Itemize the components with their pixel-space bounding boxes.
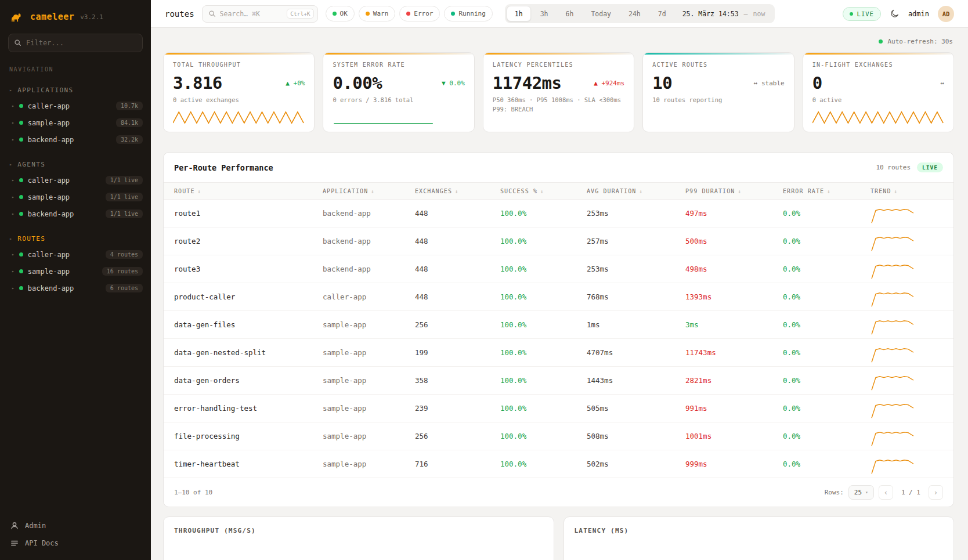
table-row[interactable]: error-handling-test sample-app 239 100.0… — [164, 395, 953, 422]
moon-icon — [890, 9, 900, 19]
kpi-active-routes: ACTIVE ROUTES 10 ↔ stable 10 routes repo… — [642, 52, 794, 132]
table-row[interactable]: route2 backend-app 448 100.0% 257ms 500m… — [164, 227, 953, 255]
route-avg: 502ms — [577, 450, 676, 478]
col-route[interactable]: ROUTE↕ — [164, 183, 313, 200]
sidebar-item-agent-caller-app[interactable]: ▸ caller-app 1/1 live — [0, 172, 151, 189]
col-exchanges[interactable]: EXCHANGES↕ — [406, 183, 491, 200]
sidebar-item-api-docs[interactable]: API Docs — [10, 539, 140, 547]
theme-toggle[interactable] — [890, 9, 900, 19]
sidebar-item-agent-sample-app[interactable]: ▸ sample-app 1/1 live — [0, 189, 151, 205]
range-button-6h[interactable]: 6h — [558, 6, 582, 21]
chip-warn[interactable]: Warn — [359, 6, 396, 21]
table-row[interactable]: data-gen-orders sample-app 358 100.0% 14… — [164, 367, 953, 395]
route-error-rate: 0.0% — [774, 339, 861, 367]
route-success: 100.0% — [491, 395, 577, 422]
caret-icon: ▸ — [12, 103, 15, 109]
error-dot — [406, 12, 410, 16]
route-app: sample-app — [313, 311, 406, 339]
search-input[interactable]: Search… ⌘K Ctrl+K — [202, 5, 318, 23]
sort-icon: ↕ — [455, 189, 459, 194]
routes-count: 10 routes — [876, 164, 911, 171]
table-row[interactable]: product-caller caller-app 448 100.0% 768… — [164, 283, 953, 311]
route-trend-sparkline — [861, 227, 953, 255]
kpi-subtext: P50 360ms · P95 1008ms · SLA <300ms — [493, 96, 624, 103]
live-toggle[interactable]: LIVE — [843, 7, 881, 21]
sidebar-item-admin[interactable]: Admin — [10, 522, 140, 530]
table-row[interactable]: timer-heartbeat sample-app 716 100.0% 50… — [164, 450, 953, 478]
kpi-total-throughput: TOTAL THROUGHPUT 3.816 ▲ +0% 0 active ex… — [163, 52, 315, 132]
sidebar-item-caller-app[interactable]: ▸ caller-app 10.7k — [0, 97, 151, 114]
table-row[interactable]: file-processing sample-app 256 100.0% 50… — [164, 422, 953, 450]
table-header-row: ROUTE↕ APPLICATION↕ EXCHANGES↕ SUCCESS %… — [164, 183, 953, 200]
sidebar-section-routes[interactable]: ▸ ROUTES — [0, 222, 151, 246]
range-button-7d[interactable]: 7d — [650, 6, 674, 21]
route-name: error-handling-test — [164, 395, 313, 422]
table-footer: 1–10 of 10 Rows: 25 ▾ ‹ 1 / 1 › — [164, 478, 953, 507]
item-badge: 32.2k — [116, 135, 143, 144]
table-row[interactable]: data-gen-nested-split sample-app 199 100… — [164, 339, 953, 367]
route-exchanges: 448 — [406, 283, 491, 311]
status-filter-chips: OK Warn Error Running — [326, 6, 493, 21]
warn-dot — [366, 12, 370, 16]
chip-running[interactable]: Running — [444, 6, 492, 21]
sidebar-item-routes-caller-app[interactable]: ▸ caller-app 4 routes — [0, 246, 151, 263]
next-page-button[interactable]: › — [929, 485, 943, 500]
route-success: 100.0% — [491, 200, 577, 227]
prev-page-button[interactable]: ‹ — [879, 485, 893, 500]
range-button-1h[interactable]: 1h — [507, 6, 531, 21]
sidebar-item-backend-app[interactable]: ▸ backend-app 32.2k — [0, 131, 151, 148]
range-button-today[interactable]: Today — [583, 6, 619, 21]
route-exchanges: 448 — [406, 200, 491, 227]
col-avg-duration[interactable]: AVG DURATION↕ — [577, 183, 676, 200]
item-label: sample-app — [28, 193, 70, 201]
sidebar-item-sample-app[interactable]: ▸ sample-app 84.1k — [0, 114, 151, 131]
route-p99: 11743ms — [676, 339, 774, 367]
sidebar-item-routes-backend-app[interactable]: ▸ backend-app 6 routes — [0, 280, 151, 297]
col-application[interactable]: APPLICATION↕ — [313, 183, 406, 200]
table-row[interactable]: route1 backend-app 448 100.0% 253ms 497m… — [164, 200, 953, 227]
table-row[interactable]: data-gen-files sample-app 256 100.0% 1ms… — [164, 311, 953, 339]
kpi-subtext: 0 errors / 3.816 total — [333, 96, 464, 103]
route-error-rate: 0.0% — [774, 283, 861, 311]
sidebar-section-agents[interactable]: ▸ AGENTS — [0, 148, 151, 172]
status-dot — [19, 286, 23, 290]
sidebar-item-routes-sample-app[interactable]: ▸ sample-app 16 routes — [0, 263, 151, 280]
route-p99: 498ms — [676, 255, 774, 283]
route-error-rate: 0.0% — [774, 311, 861, 339]
kpi-delta: ▲ +924ms — [594, 80, 624, 87]
route-p99: 2821ms — [676, 367, 774, 395]
rows-per-page-select[interactable]: 25 ▾ — [848, 485, 874, 500]
table-row[interactable]: route3 backend-app 448 100.0% 253ms 498m… — [164, 255, 953, 283]
route-app: caller-app — [313, 283, 406, 311]
kpi-delta: ▼ 0.0% — [442, 80, 465, 87]
caret-icon: ▸ — [9, 162, 13, 167]
route-error-rate: 0.0% — [774, 422, 861, 450]
col-error-rate[interactable]: ERROR RATE↕ — [774, 183, 861, 200]
route-app: sample-app — [313, 367, 406, 395]
col-trend[interactable]: TREND↕ — [861, 183, 953, 200]
date-range-display[interactable]: 25. März 14:53 — now — [676, 10, 774, 18]
avatar[interactable]: AD — [938, 6, 954, 22]
status-dot — [19, 195, 23, 199]
filter-input[interactable] — [8, 34, 143, 52]
range-button-24h[interactable]: 24h — [620, 6, 649, 21]
col-success[interactable]: SUCCESS %↕ — [491, 183, 577, 200]
shortcut-badge: Ctrl+K — [287, 9, 313, 19]
chip-label: Error — [414, 10, 433, 17]
sidebar-item-agent-backend-app[interactable]: ▸ backend-app 1/1 live — [0, 205, 151, 222]
error-rate-sparkline — [333, 108, 464, 127]
route-success: 100.0% — [491, 450, 577, 478]
chip-error[interactable]: Error — [399, 6, 440, 21]
item-label: sample-app — [28, 268, 70, 276]
route-app: backend-app — [313, 227, 406, 255]
col-p99-duration[interactable]: P99 DURATION↕ — [676, 183, 774, 200]
range-button-3h[interactable]: 3h — [532, 6, 557, 21]
chip-ok[interactable]: OK — [326, 6, 355, 21]
caret-icon: ▸ — [12, 120, 15, 125]
route-avg: 253ms — [577, 200, 676, 227]
caret-icon: ▸ — [12, 252, 15, 257]
search-placeholder: Search… ⌘K — [220, 10, 283, 18]
route-exchanges: 199 — [406, 339, 491, 367]
status-dot — [19, 212, 23, 216]
sidebar-section-applications[interactable]: ▸ APPLICATIONS — [0, 74, 151, 97]
